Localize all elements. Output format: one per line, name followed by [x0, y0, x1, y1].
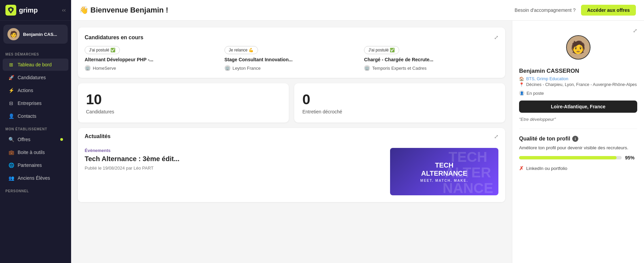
offres-dot: [60, 138, 63, 141]
candidatures-grid: J'ai postulé ✅ Alternant Développeur PHP…: [85, 46, 498, 71]
right-panel-header: ⤢: [519, 27, 637, 34]
sidebar-label-offres: Offres: [18, 137, 30, 142]
sidebar-item-candidatures[interactable]: 🚀 Candidatures: [3, 71, 68, 84]
section-label-personnel: PERSONNEL: [0, 184, 71, 195]
user-card[interactable]: 🧑 Benjamin CAS...: [3, 25, 68, 44]
lightning-icon: ⚡: [8, 87, 14, 93]
actu-image-main-text: TECHALTERNANCE: [420, 161, 468, 177]
profile-school[interactable]: BTS, Grimp Education: [526, 76, 568, 81]
actu-text-content: Évènements Tech Alternance : 3ème édit..…: [85, 148, 383, 195]
sidebar-label-anciens: Anciens Élèves: [18, 175, 50, 181]
sidebar-item-tableau-de-bord[interactable]: ⊞ Tableau de bord: [3, 59, 68, 71]
logo-text: grimp: [19, 6, 38, 14]
avatar: 🧑: [566, 35, 591, 60]
home-icon: 🏠: [519, 76, 524, 81]
logo[interactable]: grimp: [5, 5, 38, 16]
actu-meta: Publié le 19/08/2024 par Léo PART: [85, 166, 383, 171]
list-item: Je relance 💪 Stage Consultant Innovation…: [224, 46, 359, 71]
candidatures-card: Candidatures en cours ⤢ J'ai postulé ✅ A…: [78, 27, 505, 78]
pin-icon: 📍: [519, 82, 524, 87]
collapse-sidebar-button[interactable]: ‹‹: [62, 7, 66, 13]
actu-image[interactable]: TECHALTERNANCE TECHALTERNANCE MEET. MATC…: [390, 148, 498, 195]
profile-name: Benjamin CASSERON: [519, 68, 637, 74]
center-panel: Candidatures en cours ⤢ J'ai postulé ✅ A…: [71, 21, 512, 263]
list-item: J'ai postulé ✅ Chargé - Chargée de Recru…: [364, 46, 498, 71]
sidebar-label-boite: Boite à outils: [18, 150, 45, 155]
grimp-logo-icon: [5, 5, 16, 16]
list-item: J'ai postulé ✅ Alternant Développeur PHP…: [85, 46, 219, 71]
section-label-etablissement: MON ÉTABLISSEMENT: [0, 123, 71, 133]
actu-title: Tech Alternance : 3ème édit...: [85, 155, 383, 163]
actualites-title: Actualités: [85, 133, 110, 139]
profile-location: Décines - Charpieu, Lyon, France - Auver…: [526, 82, 637, 87]
sidebar-label-candidatures: Candidatures: [18, 75, 46, 80]
status-badge[interactable]: J'ai postulé ✅: [364, 46, 399, 54]
sidebar-item-offres[interactable]: 🔍 Offres: [3, 133, 68, 146]
stat-number-entretiens: 0: [302, 91, 497, 108]
progress-percentage: 95%: [625, 155, 637, 160]
sidebar-label-contacts: Contacts: [18, 113, 36, 119]
search-icon: 🔍: [8, 136, 14, 143]
access-offers-button[interactable]: Accéder aux offres: [581, 5, 636, 16]
actu-image-sub-text: MEET. MATCH. MAKE.: [420, 179, 468, 182]
company-icon: 🏢: [364, 65, 370, 71]
stat-entretiens: 0 Entretien décroché: [294, 83, 505, 123]
right-panel: ⤢ 🧑 Benjamin CASSERON 🏠 BTS, Grimp Educa…: [512, 21, 644, 263]
rocket-icon: 🚀: [8, 74, 14, 81]
candidatures-expand-icon[interactable]: ⤢: [494, 34, 498, 41]
status-badge[interactable]: Je relance 💪: [224, 46, 258, 54]
sidebar-header: grimp ‹‹: [0, 0, 71, 21]
sidebar-item-actions[interactable]: ⚡ Actions: [3, 84, 68, 96]
missing-label: LinkedIn ou portfolio: [526, 166, 567, 171]
sidebar: grimp ‹‹ 🧑 Benjamin CAS... MES DÉMARCHES…: [0, 0, 71, 263]
top-bar: 👋 Bienvenue Benjamin ! Besoin d'accompag…: [71, 0, 644, 21]
actu-card-header: Actualités ⤢: [85, 133, 498, 140]
progress-row: 95%: [519, 155, 637, 160]
profile-quote: "Etre développeur": [519, 117, 637, 122]
candidatures-card-header: Candidatures en cours ⤢: [85, 34, 498, 41]
status-icon: 👤: [519, 90, 524, 96]
status-badge[interactable]: J'ai postulé ✅: [85, 46, 120, 54]
company-row: 🏢 HomeServe: [85, 65, 219, 71]
profile-school-row: 🏠 BTS, Grimp Education: [519, 76, 637, 81]
person-icon: 👤: [8, 113, 14, 119]
company-icon: 🏢: [224, 65, 231, 71]
page-title: 👋 Bienvenue Benjamin !: [79, 6, 168, 15]
profile-status-row: 👤 En poste: [519, 90, 637, 96]
actualites-header: Actualités ⤢: [78, 128, 505, 148]
grid-icon: ⊞: [8, 62, 14, 68]
actu-content-row: Évènements Tech Alternance : 3ème édit..…: [78, 148, 505, 202]
sidebar-item-anciens-eleves[interactable]: 👥 Anciens Élèves: [3, 172, 68, 184]
profile-expand-icon[interactable]: ⤢: [633, 27, 637, 34]
location-button[interactable]: Loire-Atlantique, France: [519, 101, 637, 113]
company-row: 🏢 Leyton France: [224, 65, 359, 71]
candidature-title: Stage Consultant Innovation...: [224, 57, 359, 62]
sidebar-item-boite-outils[interactable]: 💼 Boite à outils: [3, 146, 68, 158]
actualites-expand-icon[interactable]: ⤢: [494, 133, 498, 140]
avatar: 🧑: [7, 28, 20, 40]
top-bar-right: Besoin d'accompagnement ? Accéder aux of…: [515, 5, 636, 16]
quality-title-text: Qualité de ton profil: [519, 136, 570, 142]
actualites-card: Actualités ⤢ Évènements Tech Alternance …: [78, 128, 505, 202]
stat-label-entretiens: Entretien décroché: [302, 109, 497, 114]
quality-section: Qualité de ton profil i Améliore ton pro…: [519, 136, 637, 172]
actu-category: Évènements: [85, 148, 383, 153]
sidebar-item-contacts[interactable]: 👤 Contacts: [3, 110, 68, 122]
section-label-demarches: MES DÉMARCHES: [0, 48, 71, 58]
group-icon: 👥: [8, 175, 14, 181]
company-row: 🏢 Temporis Experts et Cadres: [364, 65, 498, 71]
sidebar-label-tableau: Tableau de bord: [18, 62, 51, 67]
user-name: Benjamin CAS...: [23, 32, 57, 37]
progress-bar-bg: [519, 156, 622, 159]
close-icon: ✗: [519, 165, 523, 172]
company-name: HomeServe: [93, 66, 116, 71]
info-icon[interactable]: i: [572, 136, 578, 142]
stats-row: 10 Candidatures 0 Entretien décroché: [78, 83, 505, 123]
company-name: Temporis Experts et Cadres: [372, 66, 426, 71]
sidebar-item-entreprises[interactable]: ⊟ Entreprises: [3, 97, 68, 109]
building-icon: ⊟: [8, 100, 14, 106]
stat-label-candidatures: Candidatures: [86, 109, 281, 114]
sidebar-label-partenaires: Partenaires: [18, 162, 42, 168]
sidebar-item-partenaires[interactable]: 🌐 Partenaires: [3, 159, 68, 171]
toolbox-icon: 💼: [8, 149, 14, 155]
